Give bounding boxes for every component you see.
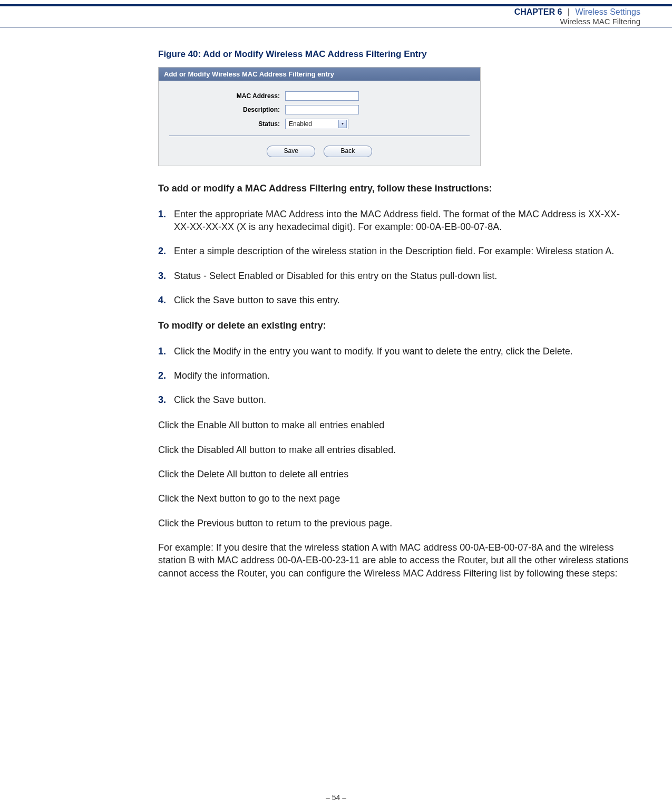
dialog-titlebar: Add or Modify Wireless MAC Address Filte… [159, 68, 480, 81]
list-number: 2. [158, 369, 174, 382]
description-input[interactable] [285, 105, 359, 114]
list-number: 4. [158, 294, 174, 306]
list-item: 4. Click the Save button to save this en… [158, 294, 635, 306]
list-number: 1. [158, 345, 174, 358]
header-line: CHAPTER 6 | Wireless Settings [0, 7, 672, 17]
paragraph: Click the Previous button to return to t… [158, 517, 635, 530]
paragraph: Click the Delete All button to delete al… [158, 468, 635, 480]
status-select[interactable]: Enabled ▾ [285, 119, 348, 129]
list-text: Enter the appropriate MAC Address into t… [174, 208, 635, 234]
instructions-title-1: To add or modify a MAC Address Filtering… [158, 182, 635, 195]
page-number: – 54 – [0, 793, 672, 802]
list-item: 2. Enter a simple description of the wir… [158, 245, 635, 257]
back-button[interactable]: Back [324, 146, 372, 157]
list-text: Click the Save button. [174, 393, 635, 406]
list-item: 1. Click the Modify in the entry you wan… [158, 345, 635, 358]
status-select-value: Enabled [289, 120, 312, 128]
paragraph: For example: If you desire that the wire… [158, 541, 635, 580]
list-number: 2. [158, 245, 174, 257]
ordered-list-2: 1. Click the Modify in the entry you wan… [158, 345, 635, 407]
figure-screenshot: Add or Modify Wireless MAC Address Filte… [158, 67, 481, 167]
list-item: 1. Enter the appropriate MAC Address int… [158, 208, 635, 234]
paragraph: Click the Next button to go to the next … [158, 492, 635, 505]
list-item: 3. Click the Save button. [158, 393, 635, 406]
thin-rule [0, 27, 672, 27]
figure-caption: Figure 40: Add or Modify Wireless MAC Ad… [158, 49, 635, 61]
list-item: 3. Status - Select Enabled or Disabled f… [158, 270, 635, 282]
mac-address-input[interactable] [285, 91, 359, 101]
list-item: 2. Modify the information. [158, 369, 635, 382]
list-text: Modify the information. [174, 369, 635, 382]
instructions-title-2: To modify or delete an existing entry: [158, 319, 635, 332]
list-number: 1. [158, 208, 174, 234]
list-text: Enter a simple description of the wirele… [174, 245, 635, 257]
description-label: Description: [169, 105, 285, 114]
list-text: Click the Save button to save this entry… [174, 294, 635, 306]
list-text: Status - Select Enabled or Disabled for … [174, 270, 635, 282]
chapter-number: CHAPTER 6 [514, 7, 562, 16]
list-text: Click the Modify in the entry you want t… [174, 345, 635, 358]
save-button[interactable]: Save [267, 146, 315, 157]
top-rule [0, 4, 672, 6]
mac-address-label: MAC Address: [169, 92, 285, 100]
list-number: 3. [158, 270, 174, 282]
header-section: Wireless Settings [575, 7, 640, 16]
status-label: Status: [169, 120, 285, 128]
paragraph: Click the Disabled All button to make al… [158, 444, 635, 456]
header-separator: | [564, 7, 573, 16]
chevron-down-icon: ▾ [338, 120, 347, 128]
paragraph: Click the Enable All button to make all … [158, 419, 635, 431]
ordered-list-1: 1. Enter the appropriate MAC Address int… [158, 208, 635, 306]
dialog-divider [169, 136, 470, 136]
header-subsection: Wireless MAC Filtering [0, 17, 672, 26]
list-number: 3. [158, 393, 174, 406]
